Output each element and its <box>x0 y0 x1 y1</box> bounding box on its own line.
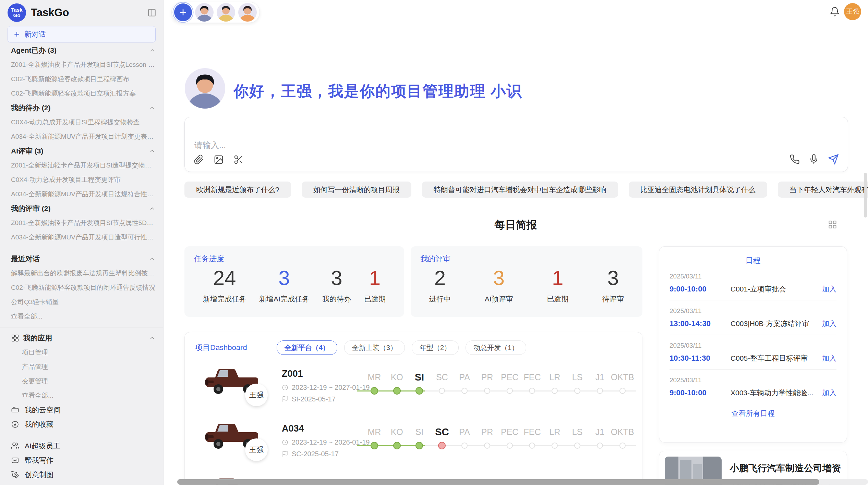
user-avatar[interactable]: 王强 <box>844 3 861 20</box>
schedule-events: 2025/03/119:00-10:00C001-立项审批会加入2025/03/… <box>670 266 836 404</box>
chevron-up-icon[interactable] <box>149 335 156 341</box>
sidebar-link-favorites[interactable]: 我的收藏 <box>0 417 163 432</box>
milestone-dot <box>438 442 446 449</box>
new-chat-button[interactable]: 新对话 <box>8 26 156 42</box>
suggestion-chips: 欧洲新规最近颁布了什么?如何写一份清晰的项目周报特朗普可能对进口汽车增税会对中国… <box>184 182 868 198</box>
project-dashboard-card: 项目Dashboard 全新平台（4）全新上装（3）年型（2）动总开发（1） 王… <box>184 332 642 485</box>
schedule-card: 日程 2025/03/119:00-10:00C001-立项审批会加入2025/… <box>659 246 847 443</box>
suggestion-chip[interactable]: 特朗普可能对进口汽车增税会对中国车企造成哪些影响 <box>422 182 618 198</box>
sidebar-item[interactable]: A034-全新新能源MUV产品开发项目造型可行性评审 <box>0 230 163 245</box>
assistant-avatar-2[interactable] <box>217 3 235 22</box>
chevron-up-icon[interactable] <box>149 47 156 54</box>
task-section-1-title: 我的待办 (2) <box>11 103 145 113</box>
milestone-dot <box>619 388 626 394</box>
vertical-scrollbar-thumb[interactable] <box>864 173 867 217</box>
sidebar-item[interactable]: Z001-全新燃油皮卡产品开发项目SI节点Lesson Learn报告 <box>0 58 163 72</box>
add-assistant-button[interactable] <box>174 3 192 21</box>
event-join-link[interactable]: 加入 <box>822 284 836 294</box>
stat-value: 24 <box>203 265 246 291</box>
suggestion-chip[interactable]: 比亚迪全固态电池计划具体说了什么 <box>629 182 767 198</box>
assistant-avatar-3[interactable] <box>238 3 257 22</box>
event-join-link[interactable]: 加入 <box>822 353 836 363</box>
sidebar-item-label: Z001-全新燃油轻卡产品开发项目SI节点属性5D文件评审 <box>11 219 156 227</box>
suggestion-chip[interactable]: 欧洲新规最近颁布了什么? <box>184 182 291 198</box>
sidebar-item[interactable]: 解释最新出台的欧盟报废车法规再生塑料比例被调至15%... <box>0 266 163 281</box>
sidebar-item[interactable]: A034-全新新能源MUV产品开发项目法规符合性评审 <box>0 187 163 201</box>
stat-item: 1已逾期 <box>364 265 386 304</box>
microphone-icon[interactable] <box>809 154 819 164</box>
sidebar-item[interactable]: Z001-全新燃油轻卡产品开发项目SI造型提交物评审 <box>0 158 163 173</box>
milestone-label: PR <box>481 371 493 383</box>
milestone-dot <box>574 443 580 449</box>
milestone-label: PEC <box>501 371 518 383</box>
sidebar-item[interactable]: C02-飞腾新能源轻客改款项目的闭环通告反馈情况 <box>0 281 163 295</box>
assistant-avatar-1[interactable] <box>195 3 214 22</box>
dashboard-tab[interactable]: 动总开发（1） <box>466 340 526 355</box>
sidebar-item[interactable]: 产品管理 <box>0 360 163 374</box>
briefing-layout-icon[interactable] <box>828 220 837 229</box>
sidebar-item[interactable]: A034-全新新能源MUV产品开发项目计划变更表编写 <box>0 129 163 144</box>
phone-call-icon[interactable] <box>789 154 800 164</box>
task-section-1-header: 我的待办 (2) <box>0 101 163 115</box>
project-flag: SC-2025-05-17 <box>282 450 339 458</box>
suggestion-chip[interactable]: 如何写一份清晰的项目周报 <box>302 182 411 198</box>
sidebar-item[interactable]: C02-飞腾新能源轻客改款项目立项汇报方案 <box>0 86 163 101</box>
dashboard-tab[interactable]: 年型（2） <box>412 340 459 355</box>
suggestion-chip[interactable]: 当下年轻人对汽车外观有怎样的喜好趋势 <box>778 182 868 198</box>
scissors-icon[interactable] <box>233 154 244 165</box>
dashboard-tab[interactable]: 全新平台（4） <box>277 340 337 355</box>
event-title: C001-立项审批会 <box>731 284 822 294</box>
view-all-schedule-link[interactable]: 查看所有日程 <box>670 404 836 423</box>
milestone-dot <box>484 443 490 449</box>
sidebar-item-label: Z001-全新燃油皮卡产品开发项目SI节点Lesson Learn报告 <box>11 60 156 69</box>
main-content: 王强 你好，王强，我是你的项目管理助理 小识 请输入... <box>164 0 868 485</box>
horizontal-scrollbar-thumb[interactable] <box>177 479 819 485</box>
milestone-label: OKTB <box>611 426 634 438</box>
sidebar-item[interactable]: 变更管理 <box>0 374 163 388</box>
image-upload-icon[interactable] <box>214 154 224 165</box>
send-icon[interactable] <box>828 154 839 165</box>
chevron-up-icon[interactable] <box>149 148 156 154</box>
milestone-label: PA <box>459 426 470 438</box>
chevron-up-icon[interactable] <box>149 104 156 111</box>
notifications-bell-icon[interactable] <box>830 7 840 17</box>
task-section-2-header: AI评审 (3) <box>0 144 163 158</box>
sidebar-tool-ai-staff[interactable]: AI超级员工 <box>0 439 163 453</box>
flag-icon <box>282 451 288 457</box>
milestone-label: SI <box>415 426 424 438</box>
sidebar-tool-label: AI超级员工 <box>25 441 60 451</box>
chevron-up-icon[interactable] <box>149 256 156 262</box>
milestone-LR: LR <box>543 371 566 395</box>
event-join-link[interactable]: 加入 <box>822 388 836 398</box>
milestone-SC: SC <box>431 371 453 395</box>
dashboard-tab[interactable]: 全新上装（3） <box>344 340 405 355</box>
sidebar-item[interactable]: C0X4-动力总成开发项目工程变更评审 <box>0 173 163 187</box>
sidebar-item[interactable]: C0X4-动力总成开发项目SI里程碑提交物检查 <box>0 115 163 129</box>
sidebar-item[interactable]: C02-飞腾新能源轻客改款项目里程碑画布 <box>0 72 163 86</box>
chat-input[interactable]: 请输入... <box>184 117 848 172</box>
attachment-icon[interactable] <box>194 154 204 165</box>
sidebar-item[interactable]: 公司Q3轻卡销量 <box>0 295 163 309</box>
sidebar-item[interactable]: 查看全部... <box>0 388 163 403</box>
milestone-label: KO <box>391 426 403 438</box>
milestone-dot <box>484 388 490 394</box>
event-join-link[interactable]: 加入 <box>822 319 836 328</box>
sidebar-tool-label: 创意制图 <box>25 470 53 480</box>
stat-value: 3 <box>602 265 624 291</box>
milestone-dot <box>529 443 535 449</box>
sidebar-item[interactable]: 查看全部... <box>0 309 163 324</box>
sidebar-link-cloud-space[interactable]: 我的云空间 <box>0 403 163 417</box>
sidebar-item[interactable]: Z001-全新燃油轻卡产品开发项目SI节点属性5D文件评审 <box>0 216 163 230</box>
chevron-up-icon[interactable] <box>149 205 156 212</box>
collapse-sidebar-icon[interactable] <box>147 8 156 17</box>
composer-left-tools <box>194 154 244 165</box>
project-flag-label: SI-2025-05-17 <box>292 395 336 403</box>
sidebar-item[interactable]: 项目管理 <box>0 345 163 360</box>
clock-icon <box>282 384 288 391</box>
logo-line2: Go <box>13 13 21 18</box>
sidebar-tool-writing[interactable]: 帮我写作 <box>0 453 163 468</box>
event-date: 2025/03/11 <box>670 342 836 349</box>
sidebar-item-label: C02-飞腾新能源轻客改款项目立项汇报方案 <box>11 89 156 98</box>
sidebar: Task Go TaskGo 新对话 Agent已办 (3)Z001-全新燃油皮… <box>0 0 164 485</box>
sidebar-tool-creative-draw[interactable]: 创意制图 <box>0 468 163 482</box>
